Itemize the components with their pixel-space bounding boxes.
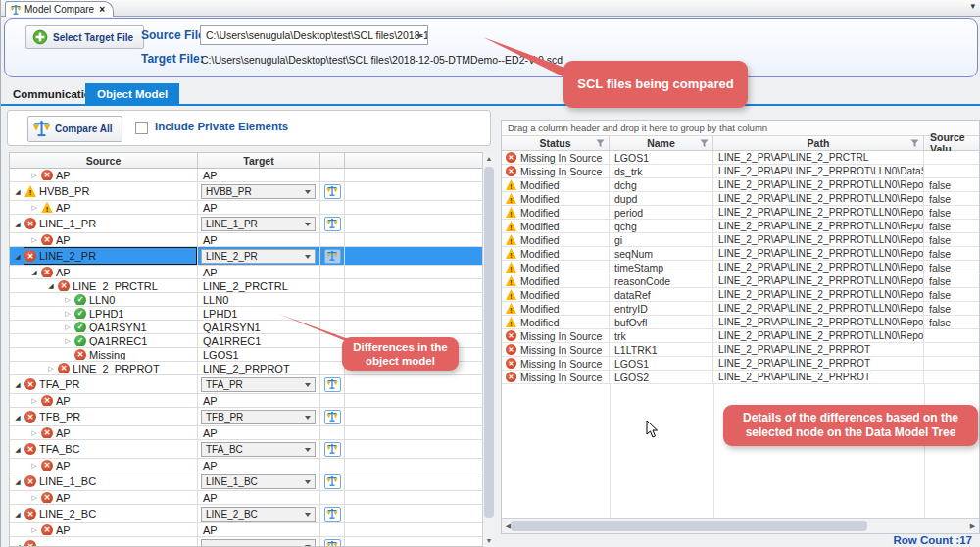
expander-icon[interactable]: ◢ — [12, 414, 24, 421]
table-row[interactable]: Modified dchg LINE_2_PR\AP\LINE_2_PRPROT… — [502, 178, 979, 192]
expander-icon[interactable]: ▷ — [28, 526, 40, 533]
table-row[interactable]: Missing In Source LGOS2 LINE_2_PR\AP\LIN… — [502, 371, 979, 384]
table-row[interactable]: Modified bufOvfl LINE_2_PR\AP\LINE_2_PRP… — [502, 316, 979, 329]
expander-icon[interactable]: ▷ — [28, 397, 40, 404]
table-row[interactable]: Modified gi LINE_2_PR\AP\LINE_2_PRPROT\L… — [502, 233, 979, 247]
tree-row[interactable]: ◢ LINE_2_BC LINE_2_BC — [10, 505, 482, 523]
table-row[interactable]: Modified entryID LINE_2_PR\AP\LINE_2_PRP… — [502, 302, 979, 316]
tree-row[interactable]: ◢ LINE_2_PR LINE_2_PR — [10, 247, 482, 266]
table-row[interactable]: Modified qchg LINE_2_PR\AP\LINE_2_PRPROT… — [502, 220, 979, 233]
tree-row[interactable]: ▷ AP AP — [10, 426, 482, 440]
grid-horizontal-scrollbar[interactable]: ◀ ▶ — [502, 518, 979, 533]
table-row[interactable]: Modified reasonCode LINE_2_PR\AP\LINE_2_… — [502, 274, 979, 288]
expander-icon[interactable]: ◢ — [12, 253, 24, 260]
target-combobox[interactable]: LINE_1_BC — [201, 474, 316, 489]
expander-icon[interactable]: ▷ — [62, 310, 74, 317]
target-combobox[interactable]: LINE_2_PR — [201, 249, 316, 264]
target-combobox[interactable]: TFA_BC — [201, 442, 316, 457]
view-menu-icon[interactable]: ▾ — [970, 1, 975, 11]
expander-icon[interactable]: ◢ — [12, 188, 24, 195]
table-row[interactable]: Missing In Source ds_trk LINE_2_PR\AP\LI… — [502, 165, 979, 178]
scroll-down-icon[interactable]: ▼ — [483, 534, 495, 547]
document-tab-model-compare[interactable]: Model Compare × — [5, 1, 114, 17]
column-header-source[interactable]: Source — [10, 153, 198, 168]
table-row[interactable]: Modified dataRef LINE_2_PR\AP\LINE_2_PRP… — [502, 288, 979, 302]
column-header-source-value[interactable]: Source Valu — [924, 136, 979, 150]
tree-row[interactable]: ▷ AP AP — [10, 233, 482, 247]
tree-row[interactable]: ▷ LLN0 LLN0 — [10, 293, 482, 307]
compare-all-button[interactable]: Compare All — [27, 116, 122, 142]
tree-row[interactable]: ▷ AP AP — [10, 394, 482, 408]
select-target-file-button[interactable]: Select Target File — [25, 25, 144, 49]
funnel-icon[interactable] — [596, 139, 605, 148]
table-row[interactable]: Missing In Source L1LTRK1 LINE_2_PR\AP\L… — [502, 343, 979, 357]
column-header-name[interactable]: Name — [610, 136, 713, 150]
tree-row[interactable]: ▷ AP AP — [10, 459, 482, 472]
compare-row-button[interactable] — [324, 442, 341, 457]
funnel-icon[interactable] — [910, 139, 919, 148]
tree-row[interactable]: ◢ LINE_1_BC LINE_1_BC — [10, 472, 482, 491]
close-icon[interactable]: × — [99, 4, 105, 15]
scrollbar-thumb[interactable] — [484, 167, 494, 518]
scrollbar-thumb[interactable] — [511, 521, 867, 531]
compare-row-button[interactable] — [324, 410, 341, 424]
tree-row[interactable]: ▷ LPHD1 LPHD1 — [10, 307, 482, 321]
source-file-combobox[interactable]: C:\Users\senugula\Desktop\test\SCL files… — [200, 25, 428, 45]
target-combobox[interactable]: TFB_PR — [201, 410, 316, 424]
table-row[interactable]: Modified seqNum LINE_2_PR\AP\LINE_2_PRPR… — [502, 247, 979, 261]
tree-row[interactable]: ◢ TFA_BC TFA_BC — [10, 440, 482, 459]
expander-icon[interactable]: ▷ — [28, 204, 40, 211]
tree-vertical-scrollbar[interactable]: ▲ ▼ — [482, 152, 494, 547]
target-combobox[interactable]: TFA_PR — [201, 377, 316, 392]
scroll-up-icon[interactable]: ▲ — [483, 152, 495, 165]
tree-row[interactable]: ▷ AP AP — [10, 491, 482, 505]
table-row[interactable]: Missing In Source LGOS1 LINE_2_PR\AP\LIN… — [502, 357, 979, 371]
table-row[interactable]: Modified timeStamp LINE_2_PR\AP\LINE_2_P… — [502, 261, 979, 274]
target-combobox[interactable]: LINE_1_PR — [201, 217, 316, 231]
table-row[interactable]: Missing In Source LGOS1 LINE_2_PR\AP\LIN… — [502, 151, 979, 165]
table-row[interactable]: Modified dupd LINE_2_PR\AP\LINE_2_PRPROT… — [502, 192, 979, 206]
compare-row-button[interactable] — [324, 507, 341, 522]
tree-row[interactable]: ◢ TFA_PR TFA_PR — [10, 375, 482, 394]
compare-row-button[interactable] — [324, 217, 341, 231]
column-header-path[interactable]: Path — [713, 136, 924, 150]
expander-icon[interactable]: ◢ — [12, 221, 24, 227]
tree-row[interactable]: ◢ — [10, 537, 482, 547]
tree-row[interactable]: ▷ AP AP — [10, 169, 482, 182]
expander-icon[interactable]: ▷ — [28, 494, 40, 501]
tree-row[interactable]: ▷ AP AP — [10, 201, 482, 215]
include-private-checkbox[interactable] — [135, 122, 148, 134]
column-header-target[interactable]: Target — [198, 153, 320, 168]
expander-icon[interactable]: ▷ — [28, 236, 40, 243]
target-combobox[interactable]: LINE_2_BC — [201, 507, 316, 522]
compare-row-button[interactable] — [324, 249, 341, 264]
expander-icon[interactable]: ▷ — [28, 172, 40, 178]
scroll-right-icon[interactable]: ▶ — [966, 519, 979, 534]
expander-icon[interactable]: ▷ — [62, 323, 74, 330]
compare-row-button[interactable] — [324, 539, 341, 547]
target-combobox[interactable] — [201, 539, 316, 547]
tab-object-model[interactable]: Object Model — [85, 83, 179, 105]
tree-row[interactable]: ◢ HVBB_PR HVBB_PR — [10, 182, 482, 201]
expander-icon[interactable]: ◢ — [12, 381, 24, 388]
expander-icon[interactable]: ◢ — [45, 282, 57, 289]
tree-row[interactable]: ◢ TFB_PR TFB_PR — [10, 408, 482, 426]
expander-icon[interactable]: ▷ — [28, 462, 40, 469]
expander-icon[interactable]: ◢ — [12, 478, 24, 485]
expander-icon[interactable]: ▷ — [62, 337, 74, 344]
tree-row[interactable]: ◢ LINE_2_PRCTRL LINE_2_PRCTRL — [10, 279, 482, 293]
expander-icon[interactable]: ◢ — [12, 446, 24, 453]
target-combobox[interactable]: HVBB_PR — [201, 184, 316, 199]
compare-row-button[interactable] — [324, 184, 341, 199]
expander-icon[interactable]: ▷ — [62, 296, 74, 303]
expander-icon[interactable]: ◢ — [12, 543, 24, 547]
table-row[interactable]: Modified period LINE_2_PR\AP\LINE_2_PRPR… — [502, 206, 979, 220]
expander-icon[interactable]: ▷ — [28, 429, 40, 436]
tree-row[interactable]: ◢ LINE_1_PR LINE_1_PR — [10, 215, 482, 233]
expander-icon[interactable]: ▷ — [45, 365, 57, 372]
column-header-status[interactable]: Status — [502, 136, 610, 150]
tree-row[interactable]: ▷ QA1RSYN1 QA1RSYN1 — [10, 321, 482, 334]
compare-row-button[interactable] — [324, 377, 341, 392]
tree-row[interactable]: ▷ AP AP — [10, 523, 482, 537]
group-by-bar[interactable]: Drag a column header and drop it here to… — [502, 121, 979, 136]
